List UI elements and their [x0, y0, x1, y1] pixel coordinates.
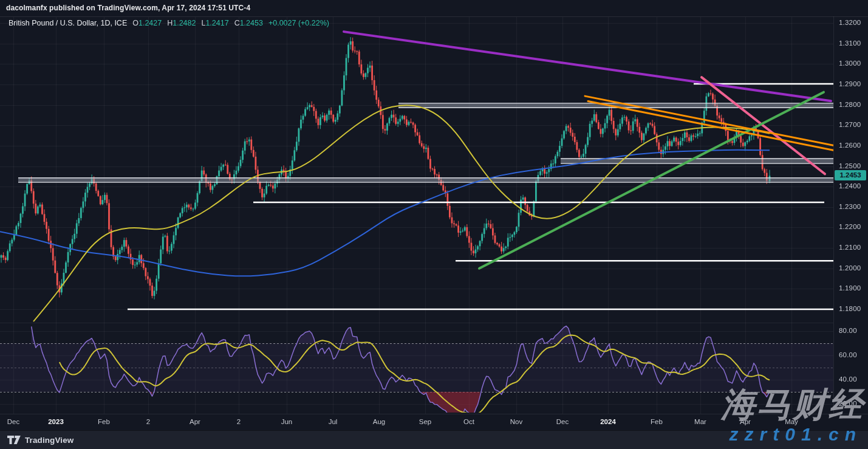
- open-value: 1.2427: [138, 19, 162, 27]
- high-label: H: [167, 19, 173, 27]
- watermark-cjk: 海马财经: [721, 388, 864, 422]
- tradingview-logo-text: TradingView: [25, 436, 73, 445]
- published-byline: dacolmanfx published on TradingView.com,…: [6, 4, 250, 12]
- symbol-info-bar: British Pound / U.S. Dollar, 1D, ICEO1.2…: [9, 19, 329, 27]
- watermark-url: zzrt01.cn: [730, 425, 862, 444]
- high-value: 1.2482: [173, 19, 196, 27]
- pane-separator[interactable]: [0, 323, 833, 323]
- tradingview-logo-icon: [7, 436, 21, 444]
- price-axis-separator: [833, 16, 834, 414]
- symbol-title: British Pound / U.S. Dollar, 1D, ICE: [9, 19, 127, 27]
- close-label: C: [234, 19, 240, 27]
- chart-canvas[interactable]: [0, 0, 868, 449]
- open-label: O: [132, 19, 138, 27]
- low-value: 1.2417: [205, 19, 228, 27]
- close-value: 1.2453: [240, 19, 263, 27]
- last-price-badge: 1.2453: [835, 170, 866, 180]
- header-divider: [0, 16, 868, 17]
- tradingview-logo[interactable]: TradingView: [7, 436, 73, 445]
- tradingview-published-chart: dacolmanfx published on TradingView.com,…: [0, 0, 868, 449]
- change-value: +0.0027 (+0.22%): [268, 19, 329, 27]
